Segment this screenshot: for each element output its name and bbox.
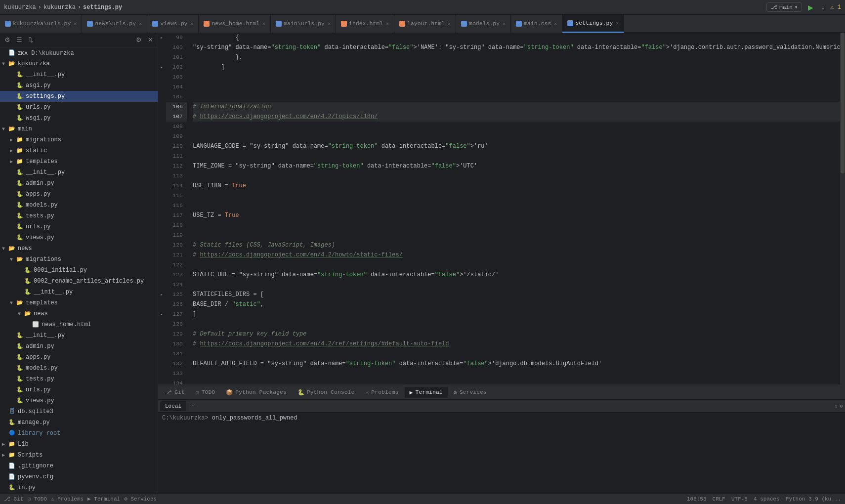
tree-item-views_py_news[interactable]: 🐍views.py <box>0 395 158 406</box>
tree-item-manage_py[interactable]: 🐍manage.py <box>0 417 158 428</box>
tab-layout_html[interactable]: layout.html ✕ <box>394 15 456 33</box>
tree-item-apps_py_news[interactable]: 🐍apps.py <box>0 352 158 363</box>
status-services[interactable]: ⚙ Services <box>124 496 157 502</box>
tree-item-root_zka[interactable]: 📄ᴢᴋᴀ D:\kukuurzka <box>0 47 158 58</box>
bottom-tab-services[interactable]: ⚙ Services <box>449 387 492 398</box>
tree-label: urls.py <box>26 386 50 393</box>
tree-item-init_py_news[interactable]: 🐍__init__.py <box>0 330 158 341</box>
status-python[interactable]: Python 3.9 (ku... <box>786 496 841 502</box>
tree-item-templates_folder[interactable]: ▶📁templates <box>0 156 158 167</box>
tree-item-urls_py_main[interactable]: 🐍urls.py <box>0 221 158 232</box>
tree-item-apps_py_main[interactable]: 🐍apps.py <box>0 189 158 200</box>
tree-item-templates_news[interactable]: ▼📂templates <box>0 297 158 308</box>
run-button[interactable]: ▶ <box>806 2 815 12</box>
tree-item-initial_migration[interactable]: 🐍0001_initial.py <box>0 265 158 276</box>
sidebar-sort-icon[interactable]: ⇅ <box>27 35 35 44</box>
tree-item-lib_folder[interactable]: ▶📁Lib <box>0 439 158 450</box>
sidebar-list-icon[interactable]: ☰ <box>15 35 24 44</box>
branch-indicator[interactable]: ⎇ main ▾ <box>766 2 802 12</box>
status-problems[interactable]: ⚠ Problems <box>51 496 84 502</box>
bottom-tab-local[interactable]: Local <box>160 401 186 411</box>
tab-label: main\urls.py <box>284 20 325 27</box>
tree-item-kukuurzka_folder[interactable]: ▼📂kukuurzka <box>0 58 158 69</box>
tab-close-icon[interactable]: ✕ <box>74 21 77 27</box>
string-token: "sy-string" <box>235 161 274 171</box>
tab-main_urls[interactable]: main\urls.py ✕ <box>271 15 336 33</box>
status-indent[interactable]: 4 spaces <box>754 496 780 502</box>
bottom-tab-git[interactable]: ⎇ Git <box>160 387 190 398</box>
bottom-tab-python_console[interactable]: 🐍 Python Console <box>293 387 360 398</box>
tab-close-icon[interactable]: ✕ <box>448 21 451 27</box>
tree-item-settings_py[interactable]: 🐍settings.py <box>0 91 158 102</box>
line-num-117: 117 <box>166 210 187 220</box>
tree-item-urls_py_news[interactable]: 🐍urls.py <box>0 384 158 395</box>
tree-item-tests_py_main[interactable]: 🐍tests.py <box>0 210 158 221</box>
tree-item-news_sub[interactable]: ▼📂news <box>0 308 158 319</box>
terminal-content[interactable]: C:\kukuurzka> only_passwords_all_pwned <box>158 413 845 493</box>
tree-item-static_folder[interactable]: ▶📁static <box>0 145 158 156</box>
bottom-tab-terminal[interactable]: ▶ Terminal <box>405 387 448 398</box>
tree-item-init_py_1[interactable]: 🐍__init__.py <box>0 69 158 80</box>
tab-close-icon[interactable]: ✕ <box>328 21 331 27</box>
tree-item-admin_py_news[interactable]: 🐍admin.py <box>0 341 158 352</box>
tab-index_html[interactable]: index.html ✕ <box>336 15 394 33</box>
tab-close-icon[interactable]: ✕ <box>386 21 389 27</box>
tree-item-admin_py_main[interactable]: 🐍admin.py <box>0 178 158 189</box>
tab-models[interactable]: models.py ✕ <box>456 15 511 33</box>
tree-item-init_migration[interactable]: 🐍__init__.py <box>0 287 158 297</box>
tab-news_home[interactable]: news_home.html ✕ <box>199 15 271 33</box>
tree-item-gitignore[interactable]: 📄.gitignore <box>0 461 158 471</box>
tree-item-models_py_news[interactable]: 🐍models.py <box>0 363 158 374</box>
comment-link[interactable]: https://docs.djangoproject.com/en/4.2/re… <box>200 339 449 349</box>
bottom-tab-todo[interactable]: ☑ TODO <box>191 387 220 398</box>
tree-item-models_py_main[interactable]: 🐍models.py <box>0 200 158 210</box>
status-terminal[interactable]: ▶ Terminal <box>87 496 120 502</box>
tree-item-migrations_news[interactable]: ▼📂migrations <box>0 254 158 265</box>
tree-item-in_py[interactable]: 🐍in.py <box>0 482 158 493</box>
bottom-tab-python_packages[interactable]: 📦 Python Packages <box>221 387 292 398</box>
tree-item-tests_py_news[interactable]: 🐍tests.py <box>0 374 158 384</box>
tree-item-asgi_py[interactable]: 🐍asgi.py <box>0 80 158 91</box>
status-encoding[interactable]: UTF-8 <box>731 496 748 502</box>
tab-close-icon[interactable]: ✕ <box>616 20 619 26</box>
tree-item-library_root[interactable]: 🔵library root <box>0 428 158 439</box>
tree-item-pyvenv_cfg[interactable]: 📄pyvenv.cfg <box>0 471 158 482</box>
tab-urls_kukuurzka[interactable]: kukuurzka\urls.py ✕ <box>0 15 82 33</box>
bottom-tab-problems[interactable]: ⚠ Problems <box>360 387 403 398</box>
tab-close-icon[interactable]: ✕ <box>503 21 506 27</box>
tree-item-migrations_main[interactable]: ▶📁migrations <box>0 134 158 145</box>
update-button[interactable]: ↓ <box>819 3 826 12</box>
status-git[interactable]: ⎇ Git <box>4 496 23 502</box>
tree-item-news_home_html[interactable]: ⬜news_home.html <box>0 319 158 330</box>
status-line-ending[interactable]: CRLF <box>713 496 725 502</box>
status-todo[interactable]: ☑ TODO <box>27 496 47 502</box>
status-position[interactable]: 106:53 <box>687 496 707 502</box>
editor-scrollbar[interactable] <box>840 33 845 384</box>
bottom-tab-add[interactable]: + <box>186 401 200 411</box>
tree-item-rename_migration[interactable]: 🐍0002_rename_artiles_articles.py <box>0 276 158 287</box>
tree-item-scripts_folder[interactable]: ▶📁Scripts <box>0 450 158 461</box>
tree-item-db_sqlite3[interactable]: 🗄db.sqlite3 <box>0 406 158 417</box>
comment-link[interactable]: https://docs.djangoproject.com/en/4.2/to… <box>200 112 378 122</box>
tree-item-news_folder[interactable]: ▼📂news <box>0 243 158 254</box>
tab-close-icon[interactable]: ✕ <box>190 21 193 27</box>
tab-views[interactable]: views.py ✕ <box>147 15 199 33</box>
tab-close-icon[interactable]: ✕ <box>139 21 142 27</box>
tree-item-urls_py[interactable]: 🐍urls.py <box>0 102 158 113</box>
code-area[interactable]: { "sy-string" data-name="string-token" d… <box>191 33 840 384</box>
sidebar-close-icon[interactable]: ✕ <box>146 35 155 44</box>
tab-close-icon[interactable]: ✕ <box>262 21 265 27</box>
sidebar-settings-icon[interactable]: ⚙ <box>3 35 12 44</box>
tree-item-main_folder[interactable]: ▼📂main <box>0 124 158 134</box>
comment-link[interactable]: https://docs.djangoproject.com/en/4.2/ho… <box>200 250 402 260</box>
tab-settings[interactable]: settings.py ✕ <box>562 15 624 33</box>
tab-label: index.html <box>349 20 383 27</box>
sidebar-gear-icon[interactable]: ⚙ <box>134 35 143 44</box>
tab-main_css[interactable]: main.css ✕ <box>511 15 562 33</box>
tree-item-wsgi_py[interactable]: 🐍wsgi.py <box>0 113 158 124</box>
tree-item-init_py_main[interactable]: 🐍__init__.py <box>0 167 158 178</box>
tab-urls_news[interactable]: news\urls.py ✕ <box>82 15 147 33</box>
tab-close-icon[interactable]: ✕ <box>554 21 557 27</box>
code-line-105 <box>193 92 840 102</box>
tree-item-views_py_main[interactable]: 🐍views.py <box>0 232 158 243</box>
